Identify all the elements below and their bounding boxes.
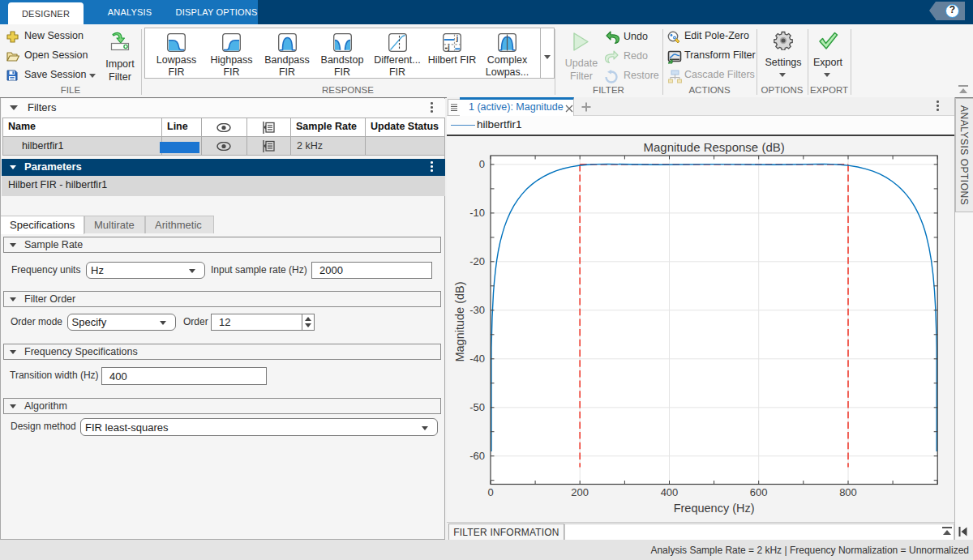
- svg-text:-30: -30: [469, 304, 485, 316]
- svg-text:-20: -20: [469, 255, 485, 267]
- svg-text:-40: -40: [469, 353, 485, 365]
- svg-text:j: j: [456, 34, 458, 42]
- svg-text:-60: -60: [469, 450, 485, 462]
- svg-text:-10: -10: [469, 207, 485, 219]
- svg-text:0: 0: [487, 486, 493, 498]
- svg-text:Frequency (Hz): Frequency (Hz): [674, 502, 755, 515]
- svg-text:800: 800: [839, 486, 857, 498]
- svg-text:200: 200: [571, 486, 589, 498]
- svg-text:400: 400: [661, 486, 679, 498]
- svg-text:-50: -50: [469, 401, 485, 413]
- svg-text:Magnitude (dB): Magnitude (dB): [453, 281, 466, 361]
- svg-text:j: j: [447, 43, 449, 51]
- svg-text:0: 0: [479, 158, 485, 170]
- svg-text:600: 600: [750, 486, 768, 498]
- svg-text:Magnitude Response (dB): Magnitude Response (dB): [643, 140, 784, 154]
